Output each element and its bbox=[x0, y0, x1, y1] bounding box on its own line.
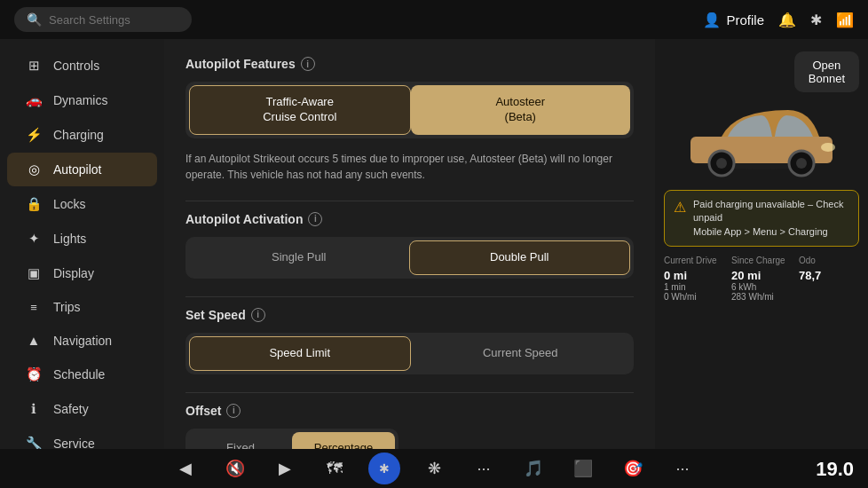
stat-since-charge-label: Since Charge bbox=[731, 256, 792, 265]
sidebar-item-controls[interactable]: ⊞ Controls bbox=[7, 49, 157, 83]
sidebar-item-service[interactable]: 🔧 Service bbox=[7, 427, 157, 449]
profile-label: Profile bbox=[726, 12, 764, 28]
percentage-btn[interactable]: Percentage bbox=[292, 432, 395, 449]
stat-since-charge-sub2: 283 Wh/mi bbox=[731, 292, 792, 302]
safety-icon: ℹ bbox=[25, 401, 43, 417]
main-layout: ⊞ Controls 🚗 Dynamics ⚡ Charging ◎ Autop… bbox=[0, 39, 868, 449]
sidebar-label-schedule: Schedule bbox=[53, 367, 105, 382]
features-info-icon[interactable]: i bbox=[301, 57, 315, 71]
sidebar-label-display: Display bbox=[53, 266, 94, 280]
right-panel: Open Bonnet bbox=[655, 39, 868, 449]
locks-icon: 🔒 bbox=[25, 196, 43, 212]
search-input[interactable] bbox=[49, 13, 179, 27]
controls-icon: ⊞ bbox=[25, 58, 43, 74]
fan-icon[interactable]: ❋ bbox=[418, 453, 450, 484]
back-btn[interactable]: ◀ bbox=[170, 453, 201, 484]
app-icon[interactable]: ⬛ bbox=[567, 453, 599, 484]
warning-text: Paid charging unavailable – Check unpaid… bbox=[693, 198, 849, 239]
stat-current-drive-label: Current Drive bbox=[664, 256, 724, 265]
set-speed-section: Set Speed i Speed Limit Current Speed bbox=[185, 308, 634, 374]
sidebar-item-dynamics[interactable]: 🚗 Dynamics bbox=[7, 83, 157, 117]
trips-icon: ≡ bbox=[25, 301, 43, 314]
spotify-icon[interactable]: 🎵 bbox=[517, 453, 549, 484]
autopilot-activation-toggle: Single Pull Double Pull bbox=[185, 237, 634, 279]
open-bonnet-btn[interactable]: Open Bonnet bbox=[794, 51, 859, 92]
volume-mute-btn[interactable]: 🔇 bbox=[219, 453, 251, 484]
stat-since-charge: Since Charge 20 mi 6 kWh 283 Wh/mi bbox=[731, 256, 792, 302]
stat-current-drive: Current Drive 0 mi 1 min 0 Wh/mi bbox=[664, 256, 724, 302]
autopilot-activation-section: Autopilot Activation i Single Pull Doubl… bbox=[185, 212, 634, 279]
profile-icon: 👤 bbox=[703, 12, 721, 28]
svg-point-5 bbox=[796, 158, 807, 169]
sidebar-item-autopilot[interactable]: ◎ Autopilot bbox=[7, 153, 157, 186]
display-icon: ▣ bbox=[25, 265, 43, 281]
sidebar-label-service: Service bbox=[53, 437, 95, 449]
forward-btn[interactable]: ▶ bbox=[269, 453, 301, 484]
camera-icon[interactable]: 🎯 bbox=[617, 453, 649, 484]
sidebar-item-trips[interactable]: ≡ Trips bbox=[7, 291, 157, 323]
bluetooth-icon[interactable]: ✱ bbox=[810, 12, 822, 28]
offset-title: Offset i bbox=[185, 404, 634, 418]
more-icon[interactable]: ··· bbox=[667, 453, 698, 484]
autopilot-features-toggle: Traffic-Aware Cruise Control Autosteer (… bbox=[185, 82, 634, 138]
offset-info-icon[interactable]: i bbox=[226, 404, 241, 418]
autosteer-btn[interactable]: Autosteer (Beta) bbox=[411, 85, 631, 135]
sidebar-item-display[interactable]: ▣ Display bbox=[7, 256, 157, 290]
offset-section: Offset i Fixed Percentage − +10 % + bbox=[185, 404, 634, 449]
current-speed-btn[interactable]: Current Speed bbox=[411, 336, 631, 371]
sidebar-label-autopilot: Autopilot bbox=[53, 162, 101, 177]
search-area[interactable]: 🔍 bbox=[14, 7, 192, 32]
single-pull-btn[interactable]: Single Pull bbox=[189, 240, 409, 275]
lights-icon: ✦ bbox=[25, 231, 43, 247]
schedule-icon: ⏰ bbox=[25, 366, 43, 382]
stat-odo-label: Odo bbox=[799, 256, 859, 265]
autopilot-description: If an Autopilot Strikeout occurs 5 times… bbox=[185, 151, 634, 183]
car-illustration bbox=[673, 92, 850, 181]
navigation-icon: ▲ bbox=[25, 333, 43, 348]
svg-point-3 bbox=[716, 158, 727, 169]
sidebar-item-safety[interactable]: ℹ Safety bbox=[7, 392, 157, 426]
speed-limit-btn[interactable]: Speed Limit bbox=[189, 336, 411, 371]
autopilot-features-section: Autopilot Features i Traffic-Aware Cruis… bbox=[185, 57, 634, 183]
dynamics-icon: 🚗 bbox=[25, 92, 43, 108]
divider-3 bbox=[185, 392, 634, 393]
service-icon: 🔧 bbox=[25, 436, 43, 449]
taskbar: ◀ 🔇 ▶ 🗺 ✱ ❋ ··· 🎵 ⬛ 🎯 ··· 19.0 bbox=[0, 449, 868, 488]
sidebar-item-schedule[interactable]: ⏰ Schedule bbox=[7, 358, 157, 391]
search-icon: 🔍 bbox=[27, 12, 42, 27]
sidebar-label-navigation: Navigation bbox=[53, 334, 112, 348]
double-pull-btn[interactable]: Double Pull bbox=[409, 240, 631, 275]
sidebar: ⊞ Controls 🚗 Dynamics ⚡ Charging ◎ Autop… bbox=[0, 39, 164, 449]
activation-info-icon[interactable]: i bbox=[308, 212, 322, 226]
top-bar-right: 👤 Profile 🔔 ✱ 📶 bbox=[703, 12, 854, 28]
top-bar: 🔍 👤 Profile 🔔 ✱ 📶 bbox=[0, 0, 868, 39]
notification-icon[interactable]: 🔔 bbox=[778, 12, 796, 28]
stat-current-drive-sub2: 0 Wh/mi bbox=[664, 292, 724, 302]
traffic-aware-btn[interactable]: Traffic-Aware Cruise Control bbox=[189, 85, 411, 135]
content-area: Autopilot Features i Traffic-Aware Cruis… bbox=[164, 39, 655, 449]
sidebar-label-dynamics: Dynamics bbox=[53, 93, 107, 107]
sidebar-item-locks[interactable]: 🔒 Locks bbox=[7, 187, 157, 221]
set-speed-title: Set Speed i bbox=[185, 308, 634, 322]
car-image-area bbox=[664, 92, 859, 181]
stat-current-drive-value: 0 mi bbox=[664, 269, 724, 282]
sidebar-item-lights[interactable]: ✦ Lights bbox=[7, 222, 157, 256]
divider-1 bbox=[185, 201, 634, 201]
wifi-icon[interactable]: 📶 bbox=[836, 12, 854, 28]
speed-display: 19.0 bbox=[816, 458, 854, 481]
sidebar-label-locks: Locks bbox=[53, 197, 86, 211]
sidebar-item-charging[interactable]: ⚡ Charging bbox=[7, 118, 157, 152]
stat-odo: Odo 78,7 bbox=[799, 256, 859, 302]
svg-point-6 bbox=[821, 143, 835, 152]
maps-icon[interactable]: 🗺 bbox=[319, 453, 351, 484]
sidebar-item-navigation[interactable]: ▲ Navigation bbox=[7, 324, 157, 357]
speed-info-icon[interactable]: i bbox=[251, 308, 265, 322]
profile-section[interactable]: 👤 Profile bbox=[703, 12, 764, 28]
warning-box: ⚠ Paid charging unavailable – Check unpa… bbox=[664, 190, 859, 247]
fixed-btn[interactable]: Fixed bbox=[189, 432, 292, 449]
sidebar-label-safety: Safety bbox=[53, 402, 89, 416]
menu-icon[interactable]: ··· bbox=[468, 453, 500, 484]
bluetooth-taskbar-icon[interactable]: ✱ bbox=[368, 453, 400, 484]
autopilot-activation-title: Autopilot Activation i bbox=[185, 212, 634, 226]
stat-since-charge-sub1: 6 kWh bbox=[731, 282, 792, 292]
